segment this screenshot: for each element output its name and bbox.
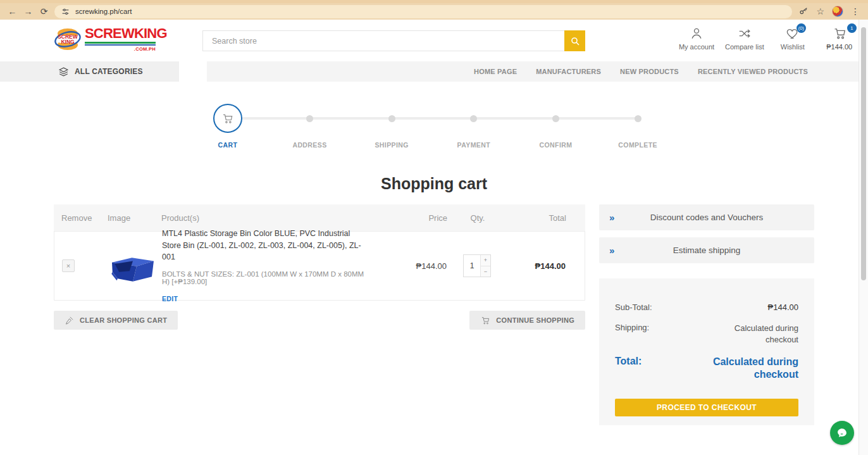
step-shipping-label: SHIPPING <box>375 141 408 149</box>
total-label: Total: <box>615 356 642 381</box>
profile-avatar[interactable] <box>832 6 843 17</box>
cart-badge: 1 <box>847 23 857 33</box>
checkout-progress: CART ADDRESS SHIPPING PAYMENT CONFIRM <box>187 104 679 149</box>
step-dot <box>470 115 477 122</box>
brand-stripe-green <box>85 42 156 44</box>
store-logo[interactable]: SCREW KING SCREWKING .COM.PH <box>54 25 156 53</box>
step-confirm-label: CONFIRM <box>540 141 573 149</box>
brand-stripe-blue <box>85 44 156 46</box>
storage-bin-image <box>108 248 156 284</box>
shopping-cart-link[interactable]: 1 ₱144.00 <box>821 27 858 51</box>
back-icon[interactable]: ← <box>4 4 20 18</box>
reload-icon[interactable]: ⟳ <box>36 4 52 18</box>
step-address-label: ADDRESS <box>292 141 326 149</box>
nav-manufacturers[interactable]: MANUFACTURERS <box>536 68 601 75</box>
cart-item-row: × MTL4 Plastic Storage Bin Color BLUE, P… <box>54 231 585 301</box>
proceed-to-checkout-button[interactable]: PROCEED TO CHECKOUT <box>615 399 798 416</box>
wishlist-link[interactable]: (0) Wishlist <box>774 27 811 51</box>
header-remove: Remove <box>61 213 108 223</box>
account-person-icon <box>690 27 704 41</box>
quantity-increase-button[interactable]: + <box>481 255 490 266</box>
product-name[interactable]: MTL4 Plastic Storage Bin Color BLUE, PVC… <box>162 228 368 263</box>
estimate-shipping-accordion[interactable]: » Estimate shipping <box>599 237 814 263</box>
my-account-link[interactable]: My account <box>678 27 715 51</box>
page-scrollbar[interactable] <box>859 20 868 455</box>
cart-amount: ₱144.00 <box>826 43 852 51</box>
subtotal-label: Sub-Total: <box>615 302 652 312</box>
discount-codes-title: Discount codes and Vouchers <box>650 213 764 222</box>
cart-icon <box>832 27 847 41</box>
step-complete-label: COMPLETE <box>618 141 657 149</box>
logo-badge-icon: SCREW KING <box>54 25 82 53</box>
continue-shopping-label: CONTINUE SHOPPING <box>496 316 574 324</box>
brand-suffix: .COM.PH <box>85 46 156 52</box>
search-button[interactable] <box>564 30 585 51</box>
compare-arrows-icon <box>738 27 752 41</box>
my-account-label: My account <box>679 43 714 51</box>
product-image[interactable] <box>108 248 162 284</box>
discount-codes-accordion[interactable]: » Discount codes and Vouchers <box>599 204 814 230</box>
site-info-icon[interactable] <box>61 8 70 16</box>
screen: ← → ⟳ screwking.ph/cart ☆ <box>0 0 868 455</box>
cart-step-icon <box>221 113 233 125</box>
step-shipping[interactable]: SHIPPING <box>350 104 433 149</box>
quantity-input[interactable] <box>464 255 480 277</box>
step-dot <box>635 115 642 122</box>
forward-icon[interactable]: → <box>20 4 36 18</box>
clear-broom-icon <box>65 316 74 325</box>
nav-new-products[interactable]: NEW PRODUCTS <box>620 68 679 75</box>
header-price: Price <box>390 213 447 223</box>
browser-menu-icon[interactable]: ⋮ <box>851 6 860 16</box>
step-confirm[interactable]: CONFIRM <box>515 104 597 149</box>
quantity-decrease-button[interactable]: − <box>481 266 490 277</box>
url-bar[interactable]: screwking.ph/cart <box>54 5 792 18</box>
scrollbar-thumb[interactable] <box>861 27 866 280</box>
password-key-icon[interactable] <box>798 6 809 16</box>
chevron-double-right-icon: » <box>609 245 614 256</box>
step-cart[interactable]: CART <box>187 104 269 149</box>
search-input[interactable] <box>202 30 564 51</box>
brand-name: SCREWKING <box>85 27 156 41</box>
compare-list-link[interactable]: Compare list <box>725 27 764 51</box>
step-payment[interactable]: PAYMENT <box>433 104 515 149</box>
nav-divider <box>179 61 207 82</box>
wishlist-label: Wishlist <box>781 43 805 51</box>
remove-item-button[interactable]: × <box>62 259 75 272</box>
step-payment-label: PAYMENT <box>457 141 490 149</box>
chat-bubble-icon <box>836 427 848 439</box>
order-summary: Sub-Total: ₱144.00 Shipping: Calculated … <box>599 278 814 425</box>
estimate-shipping-title: Estimate shipping <box>673 246 741 255</box>
page-content: SCREW KING SCREWKING .COM.PH <box>0 20 868 455</box>
chevron-double-right-icon: » <box>609 212 614 223</box>
url-text: screwking.ph/cart <box>75 8 132 15</box>
compare-list-label: Compare list <box>725 43 764 51</box>
categories-layers-icon <box>58 66 69 77</box>
total-value: Calculated during checkout <box>675 356 798 381</box>
clear-cart-button[interactable]: CLEAR SHOPPING CART <box>54 311 178 330</box>
step-dot <box>306 115 313 122</box>
bookmark-star-icon[interactable]: ☆ <box>816 6 824 16</box>
svg-text:KING: KING <box>61 39 75 45</box>
item-total: ₱144.00 <box>507 261 566 271</box>
search-icon <box>570 36 580 46</box>
subtotal-value: ₱144.00 <box>768 302 798 312</box>
continue-shopping-button[interactable]: CONTINUE SHOPPING <box>469 311 585 330</box>
all-categories-label: ALL CATEGORIES <box>75 67 143 76</box>
wishlist-badge: (0) <box>797 23 806 33</box>
main-nav: ALL CATEGORIES HOME PAGE MANUFACTURERS N… <box>0 61 868 82</box>
nav-home-page[interactable]: HOME PAGE <box>474 68 517 75</box>
nav-recently-viewed[interactable]: RECENTLY VIEWED PRODUCTS <box>698 68 808 75</box>
search-bar <box>202 30 585 51</box>
step-address[interactable]: ADDRESS <box>269 104 351 149</box>
step-dot <box>552 115 559 122</box>
shipping-label: Shipping: <box>615 323 649 345</box>
product-attributes: BOLTS & NUT SIZES: ZL-001 (100MM W x 170… <box>162 270 368 285</box>
step-complete[interactable]: COMPLETE <box>597 104 679 149</box>
header-qty: Qty. <box>447 213 508 223</box>
page-title: Shopping cart <box>54 175 814 193</box>
step-dot <box>388 115 395 122</box>
quantity-stepper: + − <box>463 254 491 277</box>
all-categories-menu[interactable]: ALL CATEGORIES <box>0 61 179 82</box>
chat-widget-button[interactable] <box>830 421 854 445</box>
edit-item-link[interactable]: EDIT <box>162 295 178 302</box>
